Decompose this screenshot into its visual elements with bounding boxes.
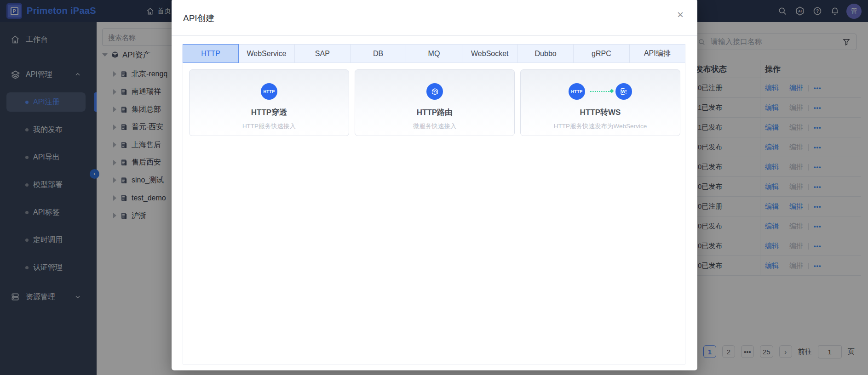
card-http-to-ws[interactable]: HTTP W HTTP转WS HTTP服务快速发布为WebService: [520, 69, 680, 136]
protocol-tab[interactable]: DB: [351, 44, 406, 63]
card-title: HTTP转WS: [521, 107, 680, 118]
card-title: HTTP路由: [355, 107, 514, 118]
api-create-modal: API创建 × HTTP WebService SAP DB MQ WebSoc…: [172, 0, 697, 370]
close-icon[interactable]: ×: [677, 9, 684, 20]
protocol-tab[interactable]: gRPC: [574, 44, 629, 63]
card-http-passthrough[interactable]: HTTP HTTP穿透 HTTP服务快速接入: [189, 69, 349, 136]
modal-content-box: HTTP HTTP穿透 HTTP服务快速接入 HTTP路由 微服务快速接入 HT…: [183, 63, 685, 364]
card-subtitle: HTTP服务快速发布为WebService: [521, 122, 680, 131]
app-root: P Primeton iPaaS 首页 AI ? 管: [0, 0, 868, 375]
modal-title: API创建: [183, 12, 215, 24]
protocol-tabs: HTTP WebService SAP DB MQ WebSocket Dubb…: [183, 44, 685, 63]
card-icon-row: HTTP W: [521, 70, 680, 103]
protocol-tab[interactable]: WebService: [239, 44, 294, 63]
cube-badge-icon: [426, 83, 443, 100]
webservice-badge-icon: W: [615, 83, 632, 100]
card-subtitle: 微服务快速接入: [355, 122, 514, 131]
protocol-tab[interactable]: API编排: [630, 44, 685, 63]
protocol-tab[interactable]: Dubbo: [518, 44, 574, 63]
card-subtitle: HTTP服务快速接入: [190, 122, 349, 131]
http-badge-icon: HTTP: [569, 83, 585, 100]
card-icon-row: [355, 70, 514, 103]
protocol-tab[interactable]: SAP: [295, 44, 351, 63]
protocol-tab[interactable]: MQ: [406, 44, 462, 63]
card-http-route[interactable]: HTTP路由 微服务快速接入: [355, 69, 515, 136]
card-icon-row: HTTP: [190, 70, 349, 103]
protocol-tab[interactable]: HTTP: [183, 44, 239, 63]
card-title: HTTP穿透: [190, 107, 349, 118]
http-badge-icon: HTTP: [261, 83, 277, 100]
protocol-tab[interactable]: WebSocket: [462, 44, 518, 63]
modal-header-divider: [172, 35, 697, 36]
svg-text:W: W: [621, 89, 626, 94]
dotted-arrow-icon: [590, 91, 610, 92]
